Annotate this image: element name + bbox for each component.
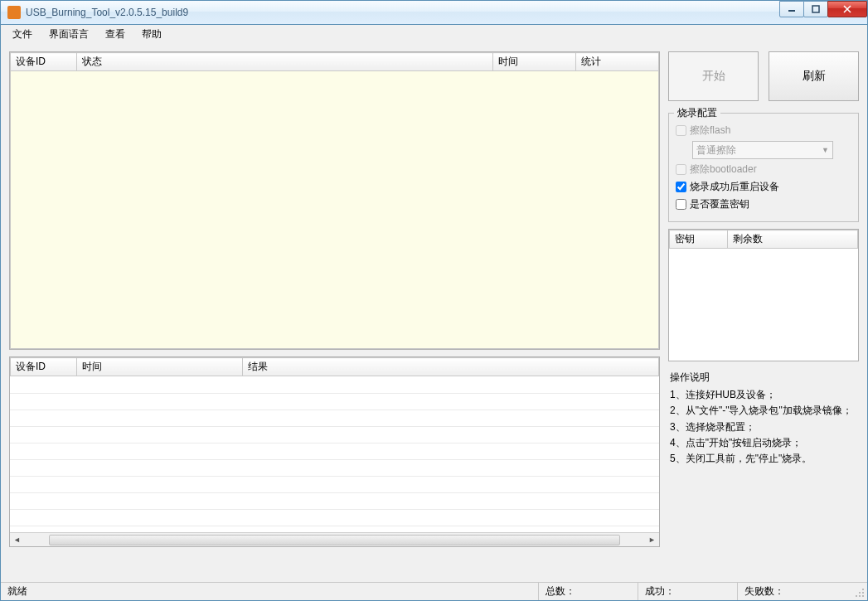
table-row [10, 426, 659, 443]
instructions-line: 2、从"文件"-"导入烧录包"加载烧录镜像； [670, 403, 857, 419]
results-col-time[interactable]: 时间 [77, 358, 243, 376]
devices-table-header: 设备ID 状态 时间 统计 [10, 52, 659, 71]
results-table: 设备ID 时间 结果 [9, 356, 660, 547]
table-row [10, 410, 659, 426]
burn-config-legend: 烧录配置 [674, 106, 720, 120]
erase-mode-value: 普通擦除 [696, 143, 736, 158]
svg-rect-5 [859, 592, 861, 594]
chevron-down-icon: ▼ [822, 146, 829, 154]
reboot-after-label: 烧录成功后重启设备 [690, 180, 779, 194]
status-success: 成功： [638, 583, 738, 600]
devices-col-id[interactable]: 设备ID [11, 53, 77, 71]
results-table-body[interactable] [10, 376, 659, 532]
svg-rect-7 [856, 595, 857, 597]
key-table: 密钥 剩余数 [668, 229, 859, 361]
table-row [10, 459, 659, 476]
instructions: 操作说明 1、连接好HUB及设备； 2、从"文件"-"导入烧录包"加载烧录镜像；… [668, 368, 859, 468]
scroll-track[interactable] [24, 533, 645, 547]
instructions-heading: 操作说明 [670, 370, 857, 385]
instructions-line: 3、选择烧录配置； [670, 419, 857, 435]
devices-col-status[interactable]: 状态 [77, 53, 493, 71]
instructions-line: 5、关闭工具前，先"停止"烧录。 [670, 451, 857, 467]
table-row [10, 443, 659, 459]
status-bar: 就绪 总数： 成功： 失败数： [1, 582, 867, 600]
svg-rect-9 [862, 595, 864, 597]
svg-rect-1 [812, 6, 819, 12]
scroll-right-icon[interactable]: ► [645, 533, 659, 547]
status-total: 总数： [539, 583, 638, 600]
start-button[interactable]: 开始 [668, 51, 759, 101]
close-icon [842, 5, 852, 13]
maximize-button[interactable] [803, 1, 828, 17]
menu-help[interactable]: 帮助 [133, 26, 170, 43]
title-bar: USB_Burning_Tool_v2.0.5.15_build9 [0, 0, 868, 25]
reboot-after-row: 烧录成功后重启设备 [676, 180, 851, 194]
table-row [10, 476, 659, 492]
maximize-icon [812, 5, 820, 13]
menu-bar: 文件 界面语言 查看 帮助 [0, 25, 868, 43]
status-fail: 失败数： [738, 583, 854, 600]
erase-mode-select[interactable]: 普通擦除 ▼ [692, 141, 833, 159]
refresh-button[interactable]: 刷新 [769, 51, 859, 101]
left-column: 设备ID 状态 时间 统计 设备ID 时间 结果 [9, 51, 660, 592]
results-col-id[interactable]: 设备ID [11, 358, 77, 376]
devices-col-time[interactable]: 时间 [493, 53, 576, 71]
overwrite-key-checkbox[interactable] [676, 199, 686, 210]
instructions-line: 4、点击"开始"按钮启动烧录； [670, 435, 857, 451]
right-column: 开始 刷新 烧录配置 擦除flash 普通擦除 ▼ 擦除bootloader 烧… [668, 51, 859, 592]
scroll-left-icon[interactable]: ◄ [10, 533, 24, 547]
overwrite-key-label: 是否覆盖密钥 [690, 197, 749, 211]
resize-grip-icon[interactable] [854, 583, 867, 600]
instructions-line: 1、连接好HUB及设备； [670, 387, 857, 403]
burn-config-group: 烧录配置 擦除flash 普通擦除 ▼ 擦除bootloader 烧录成功后重启… [668, 113, 859, 222]
scroll-thumb[interactable] [49, 535, 620, 545]
svg-rect-6 [862, 592, 864, 594]
minimize-button[interactable] [779, 1, 804, 17]
table-row [10, 509, 659, 526]
erase-flash-checkbox[interactable] [676, 125, 686, 136]
menu-file[interactable]: 文件 [4, 26, 41, 43]
table-row [10, 492, 659, 509]
svg-rect-4 [862, 589, 864, 590]
reboot-after-checkbox[interactable] [676, 182, 686, 192]
erase-bootloader-row: 擦除bootloader [676, 162, 851, 177]
key-col-key[interactable]: 密钥 [670, 230, 728, 249]
results-table-header: 设备ID 时间 结果 [10, 357, 659, 376]
erase-bootloader-label: 擦除bootloader [690, 162, 757, 177]
devices-table-body[interactable] [10, 71, 659, 349]
key-col-remaining[interactable]: 剩余数 [728, 230, 858, 249]
window-title: USB_Burning_Tool_v2.0.5.15_build9 [26, 7, 188, 18]
table-row [10, 376, 659, 393]
overwrite-key-row: 是否覆盖密钥 [676, 197, 851, 211]
menu-language[interactable]: 界面语言 [41, 26, 97, 43]
table-row [10, 393, 659, 410]
window-controls [780, 1, 867, 17]
erase-bootloader-checkbox[interactable] [676, 164, 686, 175]
erase-flash-row: 擦除flash [676, 124, 851, 138]
action-buttons: 开始 刷新 [668, 51, 859, 101]
menu-view[interactable]: 查看 [97, 26, 133, 43]
horizontal-scrollbar[interactable]: ◄ ► [10, 532, 659, 546]
devices-table: 设备ID 状态 时间 统计 [9, 51, 660, 350]
status-ready: 就绪 [1, 583, 539, 600]
close-button[interactable] [827, 1, 867, 17]
results-col-result[interactable]: 结果 [243, 358, 659, 376]
devices-col-stat[interactable]: 统计 [576, 53, 659, 71]
erase-flash-label: 擦除flash [690, 124, 730, 138]
svg-rect-8 [859, 595, 861, 597]
app-icon [7, 6, 21, 19]
minimize-icon [788, 5, 796, 13]
client-area: 设备ID 状态 时间 统计 设备ID 时间 结果 [0, 43, 868, 601]
